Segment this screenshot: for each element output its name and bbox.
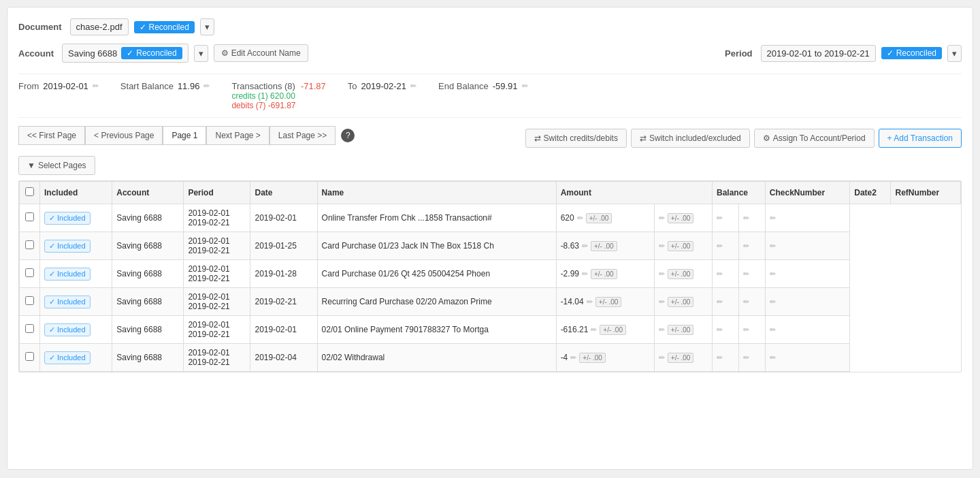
amount-edit-icon[interactable]: ✏ — [582, 270, 588, 278]
amount-edit-icon[interactable]: ✏ — [591, 325, 597, 334]
document-label: Document — [18, 22, 62, 32]
included-badge[interactable]: Included — [44, 296, 91, 308]
included-badge[interactable]: Included — [44, 351, 91, 364]
select-pages-button[interactable]: ▼ Select Pages — [18, 156, 95, 175]
refnumber-edit-icon[interactable]: ✏ — [770, 214, 776, 222]
next-page-button[interactable]: Next Page > — [206, 126, 269, 145]
first-page-button[interactable]: << First Page — [18, 126, 85, 145]
included-badge[interactable]: Included — [44, 212, 91, 225]
row-balance: ✏ +/- .00 — [654, 232, 712, 260]
row-account: Saving 6688 — [112, 288, 184, 316]
row-refnumber: ✏ — [765, 316, 849, 344]
add-transaction-button[interactable]: + Add Transaction — [879, 129, 962, 148]
amount-adjust-button[interactable]: +/- .00 — [595, 297, 622, 307]
row-refnumber: ✏ — [765, 204, 849, 232]
checknumber-edit-icon[interactable]: ✏ — [717, 298, 723, 306]
balance-adjust-button[interactable]: +/- .00 — [668, 353, 694, 363]
from-stat: From 2019-02-01 ✏ — [18, 81, 99, 91]
row-period: 2019-02-012019-02-21 — [184, 204, 250, 232]
amount-adjust-button[interactable]: +/- .00 — [591, 269, 617, 279]
period-dropdown-btn[interactable]: ▾ — [947, 45, 962, 62]
included-badge[interactable]: Included — [44, 323, 91, 336]
date2-edit-icon[interactable]: ✏ — [743, 325, 749, 334]
date2-edit-icon[interactable]: ✏ — [743, 298, 749, 306]
refnumber-edit-icon[interactable]: ✏ — [770, 298, 776, 306]
checknumber-edit-icon[interactable]: ✏ — [717, 353, 723, 362]
date2-edit-icon[interactable]: ✏ — [743, 353, 749, 362]
table-row: Included Saving 6688 2019-02-012019-02-2… — [20, 232, 961, 260]
account-dropdown-btn[interactable]: ▾ — [194, 45, 208, 62]
edit-account-name-button[interactable]: Edit Account Name — [214, 44, 308, 62]
checknumber-edit-icon[interactable]: ✏ — [717, 270, 723, 278]
header-period: Period — [184, 182, 250, 204]
amount-edit-icon[interactable]: ✏ — [570, 353, 576, 362]
row-checknumber: ✏ — [713, 260, 739, 288]
row-account: Saving 6688 — [112, 344, 184, 372]
switch-credits-debits-button[interactable]: ⇄ Switch credits/debits — [525, 129, 627, 148]
balance-edit-icon[interactable]: ✏ — [659, 242, 665, 251]
balance-edit-icon[interactable]: ✏ — [659, 325, 665, 334]
start-balance-label: Start Balance — [120, 81, 174, 91]
row-name: Card Purchase 01/23 Jack IN The Box 1518… — [317, 232, 556, 260]
account-label: Account — [18, 48, 54, 59]
checknumber-edit-icon[interactable]: ✏ — [717, 325, 723, 334]
amount-adjust-button[interactable]: +/- .00 — [600, 325, 626, 335]
amount-adjust-button[interactable]: +/- .00 — [586, 213, 612, 223]
checknumber-edit-icon[interactable]: ✏ — [717, 242, 723, 250]
refnumber-edit-icon[interactable]: ✏ — [770, 270, 776, 278]
balance-edit-icon[interactable]: ✏ — [659, 298, 665, 306]
included-badge[interactable]: Included — [44, 268, 91, 281]
row-checkbox[interactable] — [25, 212, 34, 221]
select-all-checkbox[interactable] — [25, 187, 34, 196]
start-balance-edit-icon[interactable]: ✏ — [203, 82, 210, 91]
checknumber-edit-icon[interactable]: ✏ — [717, 214, 723, 222]
included-badge[interactable]: Included — [44, 240, 91, 253]
row-checkbox[interactable] — [25, 268, 34, 277]
refnumber-edit-icon[interactable]: ✏ — [770, 325, 776, 334]
amount-edit-icon[interactable]: ✏ — [577, 214, 583, 223]
help-icon[interactable]: ? — [341, 129, 355, 142]
balance-edit-icon[interactable]: ✏ — [659, 270, 665, 278]
date2-edit-icon[interactable]: ✏ — [743, 242, 749, 250]
balance-edit-icon[interactable]: ✏ — [659, 353, 665, 362]
balance-adjust-button[interactable]: +/- .00 — [668, 325, 694, 335]
from-edit-icon[interactable]: ✏ — [93, 82, 99, 91]
row-date2: ✏ — [738, 260, 765, 288]
end-balance-edit-icon[interactable]: ✏ — [522, 82, 528, 91]
amount-adjust-button[interactable]: +/- .00 — [591, 241, 617, 251]
amount-adjust-button[interactable]: +/- .00 — [579, 353, 606, 363]
to-edit-icon[interactable]: ✏ — [410, 82, 416, 91]
document-dropdown-btn[interactable]: ▾ — [200, 18, 214, 35]
row-refnumber: ✏ — [765, 288, 849, 316]
row-checkbox[interactable] — [25, 352, 34, 361]
refnumber-edit-icon[interactable]: ✏ — [770, 242, 776, 250]
header-account: Account — [112, 182, 184, 204]
amount-edit-icon[interactable]: ✏ — [587, 298, 593, 306]
row-name: 02/01 Online Payment 7901788327 To Mortg… — [317, 316, 556, 344]
balance-adjust-button[interactable]: +/- .00 — [668, 269, 694, 279]
refnumber-edit-icon[interactable]: ✏ — [770, 353, 776, 362]
row-period: 2019-02-012019-02-21 — [184, 344, 250, 372]
date2-edit-icon[interactable]: ✏ — [743, 214, 749, 222]
row-date2: ✏ — [738, 204, 765, 232]
balance-adjust-button[interactable]: +/- .00 — [668, 241, 694, 251]
assign-account-period-button[interactable]: ⚙ Assign To Account/Period — [754, 129, 875, 148]
row-checkbox[interactable] — [25, 240, 34, 249]
prev-page-button[interactable]: < Previous Page — [85, 126, 163, 145]
row-checkbox[interactable] — [25, 296, 34, 305]
end-balance-label: End Balance — [438, 81, 489, 91]
balance-adjust-button[interactable]: +/- .00 — [668, 297, 694, 307]
row-checkbox[interactable] — [25, 324, 34, 333]
period-value: 2019-02-01 to 2019-02-21 — [761, 45, 876, 62]
row-checkbox-cell — [20, 288, 40, 316]
header-included: Included — [40, 182, 112, 204]
row-balance: ✏ +/- .00 — [654, 204, 712, 232]
last-page-button[interactable]: Last Page >> — [270, 126, 336, 145]
balance-edit-icon[interactable]: ✏ — [659, 214, 665, 223]
date2-edit-icon[interactable]: ✏ — [743, 270, 749, 278]
header-date2: Date2 — [850, 182, 891, 204]
balance-adjust-button[interactable]: +/- .00 — [668, 213, 694, 223]
amount-edit-icon[interactable]: ✏ — [582, 242, 588, 251]
switch-included-excluded-button[interactable]: ⇄ Switch included/excluded — [631, 129, 750, 148]
row-included: Included — [40, 288, 112, 316]
